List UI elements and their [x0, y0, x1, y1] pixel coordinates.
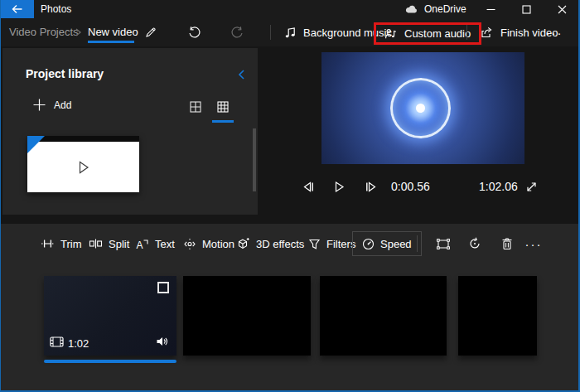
3d-effects-label: 3D effects — [256, 238, 304, 250]
split-icon — [89, 238, 103, 249]
large-grid-view-button[interactable] — [186, 98, 205, 116]
delete-button[interactable] — [495, 231, 519, 256]
expand-icon — [525, 181, 538, 193]
next-frame-button[interactable] — [360, 176, 381, 197]
maximize-icon — [522, 5, 531, 14]
current-time-label: 0:00.56 — [391, 180, 430, 193]
chevron-left-icon — [237, 69, 246, 80]
text-label: Text — [155, 238, 175, 250]
toolbar-separator-2 — [466, 25, 467, 40]
redo-button[interactable] — [225, 22, 249, 43]
resize-button[interactable] — [432, 231, 455, 256]
onedrive-cloud-icon — [404, 3, 418, 15]
plus-icon — [32, 98, 46, 112]
rename-button[interactable] — [138, 22, 163, 43]
onedrive-status[interactable]: OneDrive — [404, 0, 466, 18]
motion-label: Motion — [202, 238, 234, 250]
speed-button[interactable]: Speed — [352, 231, 422, 256]
timeline-more-button[interactable]: ··· — [522, 231, 545, 256]
timeline-clip-3[interactable] — [320, 276, 447, 356]
timeline-clip-4[interactable] — [458, 276, 537, 356]
photos-app-window: Photos OneDrive Video Projects New video — [0, 0, 580, 392]
split-button[interactable]: Split — [89, 231, 129, 256]
custom-audio-button[interactable]: Custom audio — [374, 22, 481, 45]
back-button[interactable] — [0, 0, 34, 18]
ellipsis-icon: ··· — [546, 26, 563, 40]
clip-duration: 1:02 — [68, 337, 89, 350]
rotate-icon — [468, 237, 481, 250]
next-frame-icon — [364, 181, 378, 193]
maximize-button[interactable] — [509, 0, 544, 18]
previous-frame-button[interactable] — [297, 176, 319, 197]
export-icon — [480, 26, 494, 39]
custom-audio-icon — [384, 27, 398, 41]
trash-icon — [501, 237, 513, 250]
toolbar-separator — [270, 25, 271, 40]
undo-icon — [187, 26, 201, 39]
add-media-button[interactable]: Add — [32, 98, 71, 112]
library-scrollbar[interactable] — [253, 128, 256, 191]
redo-icon — [230, 26, 244, 39]
fullscreen-button[interactable] — [520, 176, 542, 197]
clip-meta: 1:02 — [44, 336, 176, 351]
trim-icon — [41, 238, 55, 249]
grid-3x3-icon — [216, 100, 230, 114]
play-icon — [334, 181, 345, 193]
project-library-title: Project library — [26, 67, 104, 80]
onedrive-label: OneDrive — [424, 3, 466, 15]
active-view-underline — [212, 120, 234, 123]
play-button[interactable] — [328, 176, 350, 197]
filters-button[interactable]: Filters — [308, 231, 355, 256]
motion-button[interactable]: Motion — [183, 231, 234, 256]
music-note-icon — [284, 26, 297, 39]
custom-audio-label: Custom audio — [404, 27, 471, 40]
speaker-icon — [156, 336, 169, 347]
timeline-clip-1[interactable]: 1:02 — [44, 276, 176, 356]
active-breadcrumb-underline — [88, 41, 134, 43]
close-icon — [558, 5, 567, 14]
text-icon: A — [136, 238, 149, 250]
play-outline-icon — [77, 160, 90, 175]
undo-button[interactable] — [181, 22, 206, 43]
total-time-label: 1:02.06 — [479, 180, 518, 193]
text-button[interactable]: A Text — [136, 231, 175, 256]
project-library-panel: Project library Add — [2, 48, 258, 215]
speed-label: Speed — [380, 238, 412, 250]
command-bar: Video Projects New video Background musi… — [1, 18, 580, 46]
selected-clip-indicator — [44, 360, 176, 363]
timeline-clip-2[interactable] — [183, 276, 311, 356]
titlebar: Photos OneDrive — [0, 0, 580, 18]
resize-frame-icon — [436, 238, 451, 250]
grid-2x2-icon — [189, 100, 202, 114]
speed-icon — [362, 238, 375, 250]
small-grid-view-button[interactable] — [214, 98, 232, 116]
main-area: Project library Add — [1, 46, 580, 224]
breadcrumb-chevron-icon — [74, 27, 82, 37]
preview-glow-core — [416, 104, 425, 113]
3d-effects-button[interactable]: 3D effects — [237, 231, 304, 256]
app-title: Photos — [41, 0, 71, 18]
rotate-button[interactable] — [463, 231, 486, 256]
video-preview[interactable] — [321, 52, 524, 164]
see-more-button[interactable]: ··· — [542, 22, 567, 43]
trim-button[interactable]: Trim — [41, 231, 82, 256]
timeline-section: Trim Split A Text Motion 3D effects — [1, 224, 580, 390]
clip-checkbox[interactable] — [157, 282, 169, 293]
previous-frame-icon — [302, 181, 316, 193]
video-clip-icon — [50, 336, 64, 347]
close-button[interactable] — [544, 0, 580, 18]
back-arrow-icon — [11, 2, 24, 16]
library-video-thumbnail[interactable] — [27, 136, 139, 192]
minimize-icon — [486, 5, 495, 14]
split-label: Split — [109, 238, 129, 250]
edit-toolbar-separator — [417, 235, 418, 252]
filters-icon — [308, 238, 321, 250]
breadcrumb-video-projects[interactable]: Video Projects — [9, 26, 79, 38]
minimize-button[interactable] — [473, 0, 509, 18]
collapse-panel-button[interactable] — [233, 66, 249, 83]
window-controls — [473, 0, 580, 18]
add-label: Add — [54, 99, 71, 111]
motion-icon — [183, 238, 196, 250]
3d-effects-icon — [237, 237, 250, 250]
breadcrumb-new-video[interactable]: New video — [88, 26, 138, 38]
